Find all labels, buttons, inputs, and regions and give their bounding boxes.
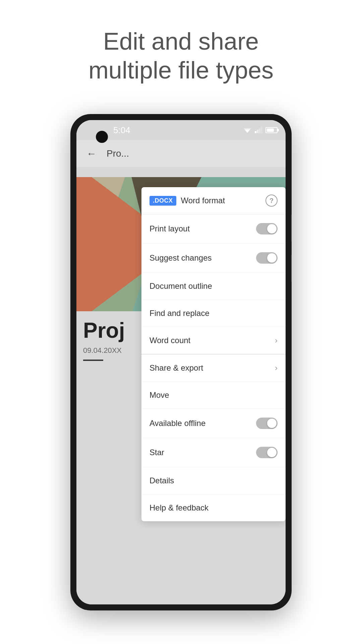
status-time: 5:04 (113, 125, 130, 136)
print-layout-toggle[interactable] (256, 223, 278, 234)
svg-rect-5 (261, 127, 262, 133)
menu-item-details[interactable]: Details (141, 467, 286, 494)
menu-item-word-count[interactable]: Word count › (141, 327, 286, 354)
suggest-changes-toggle[interactable] (256, 252, 278, 264)
status-icons (243, 127, 278, 133)
wifi-icon (243, 127, 252, 133)
suggest-changes-label: Suggest changes (149, 253, 212, 263)
phone-screen: 5:04 (76, 120, 286, 604)
menu-item-print-layout[interactable]: Print layout (141, 214, 286, 244)
print-layout-label: Print layout (149, 224, 190, 233)
page-title: Edit and share multiple file types (0, 0, 362, 105)
svg-rect-4 (259, 128, 260, 133)
menu-item-move[interactable]: Move (141, 382, 286, 409)
svg-rect-2 (255, 131, 256, 133)
share-export-label: Share & export (149, 363, 203, 373)
menu-item-help-feedback[interactable]: Help & feedback (141, 494, 286, 521)
available-offline-thumb (267, 419, 277, 428)
details-label: Details (149, 476, 174, 485)
format-label: Word format (181, 196, 261, 205)
available-offline-label: Available offline (149, 419, 205, 428)
share-export-chevron-icon: › (275, 363, 278, 373)
svg-rect-3 (257, 130, 258, 133)
toggle-thumb (267, 224, 277, 233)
menu-item-suggest-changes[interactable]: Suggest changes (141, 244, 286, 273)
word-count-label: Word count (149, 336, 190, 345)
help-feedback-label: Help & feedback (149, 503, 208, 513)
star-toggle[interactable] (256, 447, 278, 458)
menu-item-star[interactable]: Star (141, 438, 286, 467)
menu-header: .DOCX Word format ? (141, 187, 286, 214)
star-label: Star (149, 448, 164, 457)
side-button-1 (291, 215, 292, 241)
svg-marker-1 (243, 128, 251, 133)
docx-badge: .DOCX (149, 196, 176, 206)
dropdown-menu: .DOCX Word format ? Print layout Suggest… (141, 187, 286, 521)
back-button[interactable]: ← (83, 145, 100, 162)
side-button-2 (291, 255, 292, 282)
signal-icon (255, 127, 263, 133)
star-toggle-thumb (267, 448, 277, 457)
suggest-toggle-thumb (267, 253, 277, 263)
phone-frame: 5:04 (70, 114, 292, 610)
word-count-chevron-icon: › (275, 336, 278, 345)
menu-item-available-offline[interactable]: Available offline (141, 409, 286, 438)
document-underline (83, 360, 103, 361)
document-title: Pro... (107, 148, 129, 159)
document-outline-label: Document outline (149, 281, 212, 291)
find-replace-label: Find and replace (149, 309, 209, 318)
battery-icon (265, 127, 278, 133)
menu-item-document-outline[interactable]: Document outline (141, 273, 286, 300)
move-label: Move (149, 390, 169, 400)
menu-item-find-replace[interactable]: Find and replace (141, 300, 286, 327)
back-arrow-icon: ← (86, 148, 97, 159)
menu-item-share-export[interactable]: Share & export › (141, 355, 286, 382)
camera-hole (96, 131, 108, 143)
page-background: Edit and share multiple file types 5:04 (0, 0, 362, 644)
available-offline-toggle[interactable] (256, 418, 278, 429)
document-background: Proj 09.04.20XX .DOCX Word format ? Prin… (76, 167, 286, 604)
app-bar: ← Pro... (76, 140, 286, 167)
help-button[interactable]: ? (265, 195, 278, 207)
